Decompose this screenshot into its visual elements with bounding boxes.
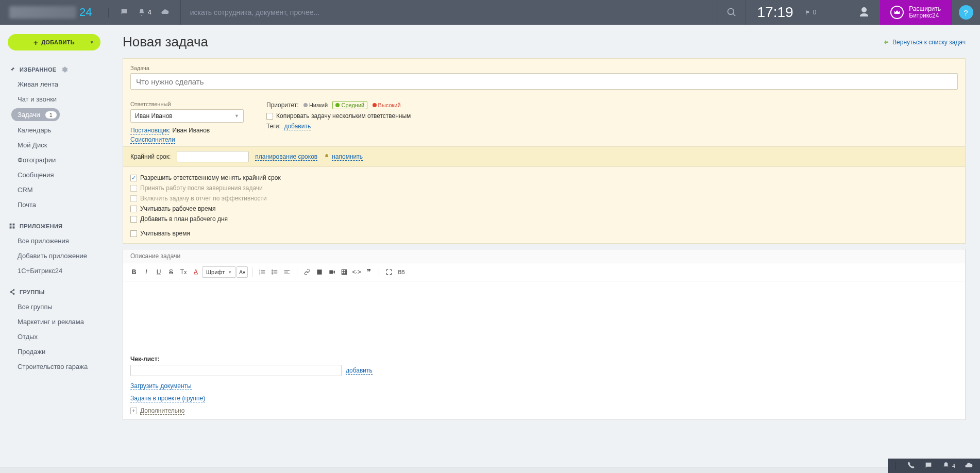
header-quick-icons: 4 — [108, 8, 180, 18]
priority-high[interactable]: Высокий — [373, 102, 401, 108]
priority-block: Приоритет: Низкий Средний Высокий Копиро… — [266, 101, 411, 130]
ol-button[interactable] — [257, 266, 268, 278]
flag-counter[interactable]: 0 — [805, 9, 828, 16]
sidebar-item-disk[interactable]: Мой Диск — [0, 138, 108, 153]
pin-icon — [9, 66, 15, 73]
copy-to-many-checkbox[interactable]: Копировать задачу нескольким ответственн… — [266, 112, 411, 120]
tasks-badge: 1 — [45, 111, 57, 119]
responsible-label: Ответственный — [130, 101, 254, 109]
sidebar-item-all-apps[interactable]: Все приложения — [0, 233, 108, 248]
opt-tracktime[interactable]: Учитывать время — [130, 230, 958, 237]
chat-icon[interactable] — [120, 8, 128, 18]
user-avatar[interactable] — [848, 6, 880, 19]
checkbox-icon — [130, 230, 137, 237]
reminder-icon — [324, 154, 330, 160]
chevron-down-icon: ▼ — [234, 113, 239, 119]
text-color-button[interactable]: A — [190, 266, 201, 278]
editor-area[interactable] — [123, 281, 965, 350]
checklist-label: Чек-лист: — [130, 356, 160, 363]
priority-low[interactable]: Низкий — [303, 102, 328, 108]
code-button[interactable]: <·> — [351, 266, 362, 278]
sidebar-item-photos[interactable]: Фотографии — [0, 153, 108, 167]
additional-toggle[interactable]: +Дополнительно — [130, 407, 958, 414]
checklist-add-link[interactable]: добавить — [346, 367, 373, 375]
logo-text-blur — [9, 6, 76, 19]
setter-link[interactable]: Постановщик — [130, 127, 169, 134]
sidebar-item-garage[interactable]: Строительство гаража — [0, 359, 108, 374]
responsible-select[interactable]: Иван Иванов ▼ — [130, 109, 244, 123]
checkbox-icon — [130, 175, 137, 181]
font-select[interactable]: Шрифт▼ — [202, 266, 235, 278]
clock[interactable]: 17:19 — [746, 0, 805, 25]
sidebar-section-apps: ПРИЛОЖЕНИЯ Все приложения Добавить прило… — [0, 217, 108, 278]
sidebar-item-add-app[interactable]: Добавить приложение — [0, 248, 108, 263]
sidebar-section-groups: ГРУППЫ Все группы Маркетинг и реклама От… — [0, 283, 108, 374]
link-button[interactable] — [301, 266, 313, 278]
tags-add-link[interactable]: добавить — [284, 123, 311, 130]
opt-allow-change[interactable]: Разрешить ответственному менять крайний … — [130, 174, 958, 181]
video-button[interactable] — [326, 266, 337, 278]
align-button[interactable] — [281, 266, 293, 278]
back-to-list-link[interactable]: Вернуться к списку задач — [883, 39, 966, 46]
logo-suffix: 24 — [79, 6, 92, 19]
coexec-link[interactable]: Соисполнители — [130, 136, 175, 144]
sidebar-item-tasks[interactable]: Задачи 1 — [11, 108, 60, 121]
sidebar-item-1c[interactable]: 1С+Битрикс24 — [0, 263, 108, 278]
sidebar-item-crm[interactable]: CRM — [0, 182, 108, 197]
deadline-input[interactable] — [177, 151, 249, 162]
plus-icon: + — [130, 408, 137, 414]
strike-button[interactable]: S — [165, 266, 177, 278]
quote-button[interactable]: ❞ — [363, 266, 375, 278]
add-button[interactable]: + ДОБАВИТЬ ▾ — [8, 34, 100, 50]
font-size-button[interactable]: A▾ — [236, 266, 248, 278]
header: 24 4 искать сотрудника, документ, прочее… — [0, 0, 980, 25]
gear-icon[interactable] — [62, 66, 68, 73]
help-icon: ? — [959, 5, 973, 20]
sidebar-item-rest[interactable]: Отдых — [0, 329, 108, 344]
section-title-favorites: ИЗБРАННОЕ — [0, 61, 108, 77]
fullscreen-button[interactable] — [383, 266, 395, 278]
bold-button[interactable]: B — [128, 266, 140, 278]
underline-button[interactable]: U — [153, 266, 164, 278]
opt-worktime[interactable]: Учитывать рабочее время — [130, 205, 958, 212]
image-button[interactable] — [314, 266, 325, 278]
description-label: Описание задачи — [123, 249, 965, 263]
deadline-remind-link[interactable]: напомнить — [332, 153, 363, 161]
sidebar-item-calendar[interactable]: Календарь — [0, 123, 108, 138]
sidebar-item-feed[interactable]: Живая лента — [0, 77, 108, 92]
deadline-planning-link[interactable]: планирование сроков — [255, 153, 317, 161]
checklist-input[interactable] — [130, 365, 342, 376]
notif-icon[interactable]: 4 — [138, 8, 151, 16]
editor-toolbar: B I U S Tx A Шрифт▼ A▾ <·> ❞ — [123, 263, 965, 281]
search-icon[interactable] — [718, 0, 746, 25]
table-button[interactable] — [339, 266, 350, 278]
bbcode-button[interactable]: BB — [396, 266, 407, 278]
opt-accept-work: Принять работу после завершения задачи — [130, 184, 958, 192]
upload-docs-link[interactable]: Загрузить документы — [130, 382, 192, 390]
ul-button[interactable] — [269, 266, 280, 278]
sidebar-item-messages[interactable]: Сообщения — [0, 167, 108, 182]
expand-plan-button[interactable]: Расширить Битрикс24 — [880, 0, 951, 25]
sidebar-item-marketing[interactable]: Маркетинг и реклама — [0, 314, 108, 329]
clear-format-button[interactable]: Tx — [178, 266, 189, 278]
task-name-label: Задача — [130, 65, 958, 73]
priority-mid[interactable]: Средний — [332, 101, 367, 109]
checkbox-icon — [266, 113, 273, 120]
sidebar-item-all-groups[interactable]: Все группы — [0, 299, 108, 314]
setter-line: Постановщик: Иван Иванов — [130, 127, 254, 134]
logo[interactable]: 24 — [0, 0, 108, 25]
chevron-down-icon: ▾ — [91, 40, 93, 45]
italic-button[interactable]: I — [141, 266, 152, 278]
sidebar-item-chat[interactable]: Чат и звонки — [0, 92, 108, 107]
sidebar-section-favorites: ИЗБРАННОЕ Живая лента Чат и звонки Задач… — [0, 61, 108, 212]
search-input[interactable]: искать сотрудника, документ, прочее... — [180, 0, 512, 25]
help-button[interactable]: ? — [951, 0, 980, 25]
task-name-input[interactable] — [130, 73, 958, 90]
task-in-project-link[interactable]: Задача в проекте (группе) — [130, 395, 205, 402]
cloud-icon[interactable] — [161, 8, 169, 18]
sidebar-item-sales[interactable]: Продажи — [0, 344, 108, 359]
opt-dayplan[interactable]: Добавить в план рабочего дня — [130, 215, 958, 223]
sidebar-item-mail[interactable]: Почта — [0, 197, 108, 212]
plus-icon: + — [33, 38, 38, 47]
task-panel: Задача Ответственный Иван Иванов ▼ Поста… — [123, 58, 966, 244]
